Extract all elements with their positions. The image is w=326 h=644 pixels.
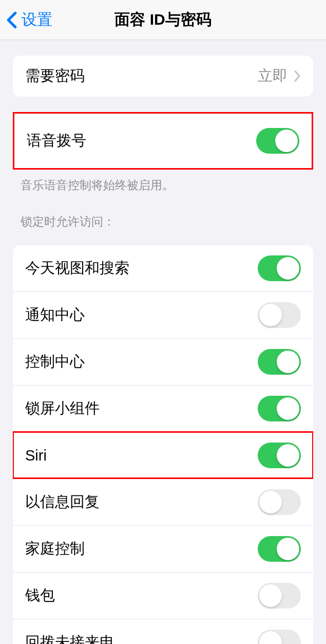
back-label: 设置 xyxy=(22,9,52,30)
lockscreen-widgets-row[interactable]: 锁屏小组件 xyxy=(13,385,313,432)
wallet-label: 钱包 xyxy=(25,585,55,606)
back-button[interactable]: 设置 xyxy=(0,9,52,30)
content: 需要密码 立即 语音拨号 音乐语音控制将始终被启用。 锁定时允许访问： 今天视图… xyxy=(0,56,326,644)
today-search-toggle[interactable] xyxy=(258,255,301,281)
reply-message-toggle[interactable] xyxy=(258,489,301,515)
voice-dial-toggle[interactable] xyxy=(256,128,299,154)
passcode-required-label: 需要密码 xyxy=(25,66,85,86)
chevron-right-icon xyxy=(294,70,301,82)
lockscreen-group: 今天视图和搜索 通知中心 控制中心 锁屏小组件 Siri 以信息回复 家庭控制 xyxy=(13,245,313,644)
reply-message-label: 以信息回复 xyxy=(25,492,100,512)
control-center-row[interactable]: 控制中心 xyxy=(13,338,313,385)
control-center-label: 控制中心 xyxy=(25,352,85,372)
lockscreen-widgets-toggle[interactable] xyxy=(258,396,301,421)
voice-dial-row[interactable]: 语音拨号 xyxy=(15,115,311,167)
return-missed-label: 回拨未接来电 xyxy=(25,632,114,644)
lockscreen-widgets-label: 锁屏小组件 xyxy=(25,398,100,419)
voice-dial-label: 语音拨号 xyxy=(27,131,86,151)
voice-dial-highlight: 语音拨号 xyxy=(13,112,313,170)
home-control-row[interactable]: 家庭控制 xyxy=(13,525,313,572)
notification-center-toggle[interactable] xyxy=(258,302,301,328)
nav-bar: 设置 面容 ID与密码 xyxy=(0,0,326,40)
wallet-toggle[interactable] xyxy=(258,583,301,609)
today-search-row[interactable]: 今天视图和搜索 xyxy=(13,245,313,291)
notification-center-label: 通知中心 xyxy=(25,305,85,325)
lockscreen-header: 锁定时允许访问： xyxy=(21,214,305,230)
passcode-required-row[interactable]: 需要密码 立即 xyxy=(13,56,313,97)
siri-label: Siri xyxy=(25,447,47,464)
siri-row[interactable]: Siri xyxy=(13,432,313,479)
wallet-row[interactable]: 钱包 xyxy=(13,572,313,619)
reply-message-row[interactable]: 以信息回复 xyxy=(13,479,313,525)
return-missed-toggle[interactable] xyxy=(258,630,301,644)
siri-toggle[interactable] xyxy=(258,443,301,468)
back-chevron-icon xyxy=(6,11,17,29)
voice-dial-footer: 音乐语音控制将始终被启用。 xyxy=(21,177,305,193)
return-missed-row[interactable]: 回拨未接来电 xyxy=(13,619,313,644)
control-center-toggle[interactable] xyxy=(258,349,301,375)
notification-center-row[interactable]: 通知中心 xyxy=(13,291,313,338)
row-tail: 立即 xyxy=(258,66,301,86)
passcode-required-group: 需要密码 立即 xyxy=(13,56,313,97)
home-control-label: 家庭控制 xyxy=(25,539,85,559)
today-search-label: 今天视图和搜索 xyxy=(25,258,129,279)
home-control-toggle[interactable] xyxy=(258,536,301,562)
passcode-required-value: 立即 xyxy=(258,66,287,86)
